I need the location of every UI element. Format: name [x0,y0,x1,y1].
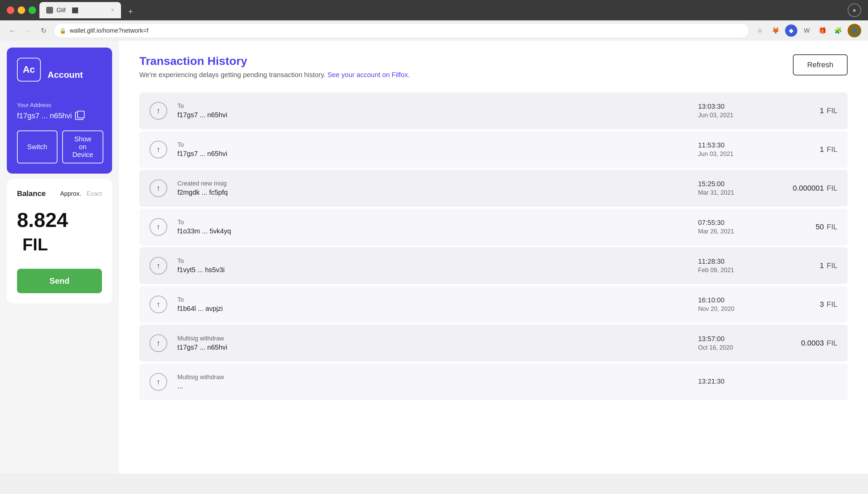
tx-icon: ↑ [150,296,167,313]
tx-address: ... [177,382,688,390]
address-bar[interactable]: 🔒 wallet.glif.io/home?network=f [54,23,749,38]
back-button[interactable]: ← [7,25,18,36]
table-row: ↑ To f1o33m ... 5vk4yq 07:55:30 Mar 26, … [139,209,848,245]
table-row: ↑ Multisig withdraw ... 13:21:30 [139,364,848,400]
tx-direction: To [177,258,688,265]
tx-time-value: 16:10:00 [698,296,759,304]
tx-amount: 0.0003 FIL [769,339,837,348]
tx-time-value: 11:28:30 [698,258,759,265]
send-button[interactable]: Send [17,269,102,293]
maximize-window-button[interactable] [29,6,36,14]
tx-amount: 3 FIL [769,300,837,309]
tx-icon: ↑ [150,141,167,158]
traffic-lights [7,6,36,14]
tx-amount: 1 FIL [769,261,837,270]
tab-media-icon: ⬛ [72,7,79,14]
user-avatar-button[interactable]: 👤 [848,24,861,37]
tx-amount-currency: FIL [827,145,837,154]
profile-button[interactable]: ● [848,3,861,17]
tx-amount-currency: FIL [827,261,837,270]
tx-amount-number: 3 [820,300,824,309]
lock-icon: 🔒 [59,28,66,34]
up-arrow-icon: ↑ [157,106,160,115]
tx-date-value: Mar 31, 2021 [698,189,759,196]
tx-amount-number: 1 [820,261,824,270]
switch-button[interactable]: Switch [17,130,57,163]
tx-direction: Multisig withdraw [177,374,688,381]
tx-details: Multisig withdraw t17gs7 ... n65hvi [177,335,688,351]
tab-favicon [46,7,53,14]
tx-amount: 0.000001 FIL [769,184,837,193]
tx-address: f1vyt5 ... hs5v3i [177,266,688,274]
close-window-button[interactable] [7,6,14,14]
extension-3-button[interactable]: W [801,24,813,37]
approx-toggle[interactable]: Approx. [60,190,81,197]
balance-amount: 8.824 FIL [17,208,102,255]
tx-amount-number: 0.0003 [801,339,824,348]
tx-amount-currency: FIL [827,184,837,193]
tx-date-value: Feb 09, 2021 [698,267,759,274]
balance-card: Balance Approx. Exact 8.824 FIL Send [7,179,112,303]
tx-time-value: 13:21:30 [698,377,759,385]
exact-toggle[interactable]: Exact [87,190,102,197]
minimize-window-button[interactable] [18,6,25,14]
tx-time: 11:53:30 Jun 03, 2021 [698,141,759,158]
extension-2-button[interactable]: ◆ [785,24,797,37]
tx-details: Created new msig f2mgdk ... fc5pfq [177,180,688,196]
tx-date-value: Jun 03, 2021 [698,151,759,158]
tx-address: f1o33m ... 5vk4yq [177,227,688,235]
table-row: ↑ To f1b64l ... avpjzi 16:10:00 Nov 20, … [139,286,848,323]
sidebar: Ac Account Your Address f17gs7 ... n65hv… [0,41,119,474]
tx-direction: To [177,219,688,226]
forward-button[interactable]: → [22,25,33,36]
active-tab[interactable]: Glif ⬛ × [39,2,121,18]
tx-details: To f1b64l ... avpjzi [177,296,688,313]
tab-title-label: Glif [56,7,66,14]
extension-5-button[interactable]: 🧩 [832,24,844,37]
reload-button[interactable]: ↻ [38,25,49,36]
transaction-list: ↑ To f17gs7 ... n65hvi 13:03:30 Jun 03, … [139,92,848,402]
tx-time-value: 11:53:30 [698,141,759,149]
table-row: ↑ Multisig withdraw t17gs7 ... n65hvi 13… [139,325,848,361]
new-tab-button[interactable]: + [124,5,137,18]
avatar-image: 👤 [852,28,857,33]
filfox-link[interactable]: See your account on Filfox. [327,71,410,78]
tab-close-button[interactable]: × [111,7,114,13]
tx-amount: 1 FIL [769,145,837,154]
up-arrow-icon: ↑ [157,300,160,309]
your-address-label: Your Address [17,102,102,109]
tx-amount-number: 0.000001 [793,184,824,193]
tx-address: f1b64l ... avpjzi [177,305,688,313]
extension-4-button[interactable]: 🎁 [816,24,829,37]
extension-1-button[interactable]: 🦊 [769,24,782,37]
tx-icon: ↑ [150,179,167,197]
balance-toggle: Approx. Exact [60,190,102,197]
refresh-button[interactable]: Refresh [793,54,848,75]
tx-address: f17gs7 ... n65hvi [177,111,688,119]
tx-time-value: 07:55:30 [698,219,759,227]
tx-icon: ↑ [150,257,167,275]
show-on-device-button[interactable]: Show on Device [62,130,103,163]
tx-time-value: 13:03:30 [698,103,759,110]
up-arrow-icon: ↑ [157,184,160,193]
tx-time: 13:21:30 [698,377,759,387]
copy-address-button[interactable] [75,112,83,120]
tx-direction: To [177,103,688,110]
tx-amount-currency: FIL [827,339,837,348]
bookmark-button[interactable]: ☆ [754,24,766,37]
tx-amount-number: 1 [820,145,824,154]
tx-time: 13:03:30 Jun 03, 2021 [698,103,759,119]
up-arrow-icon: ↑ [157,339,160,348]
tx-direction: Created new msig [177,180,688,187]
tx-icon: ↑ [150,218,167,236]
tx-direction: Multisig withdraw [177,335,688,342]
browser-actions: ☆ 🦊 ◆ W 🎁 🧩 👤 [754,24,861,37]
tx-title-section: Transaction History We're experiencing d… [139,54,410,79]
main-content: Transaction History We're experiencing d… [119,41,868,474]
url-text: wallet.glif.io/home?network=f [70,27,743,34]
tx-history-header: Transaction History We're experiencing d… [139,54,848,79]
tx-history-subtitle: We're experiencing delays getting pendin… [139,71,410,79]
tx-amount-currency: FIL [827,223,837,231]
address-bar-row: ← → ↻ 🔒 wallet.glif.io/home?network=f ☆ … [0,20,868,41]
tx-details: Multisig withdraw ... [177,374,688,390]
